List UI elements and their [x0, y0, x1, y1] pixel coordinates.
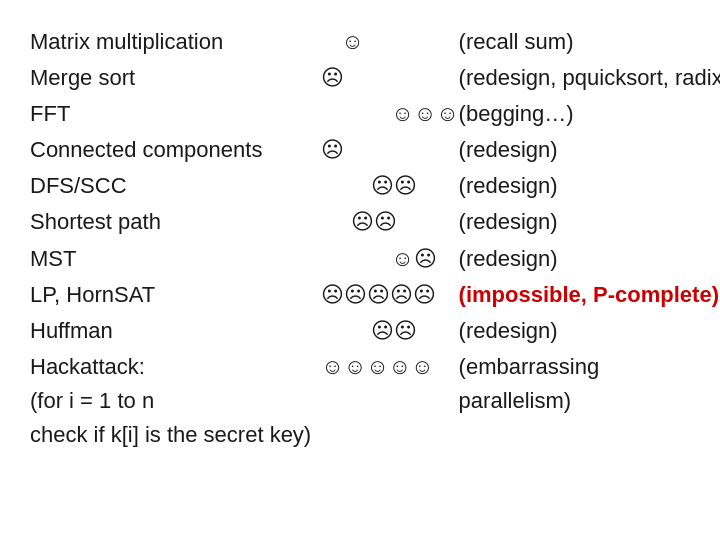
row-label: Huffman — [30, 313, 311, 349]
row-icons: ☹ — [311, 132, 458, 168]
row-icons: ☺☹ — [311, 241, 458, 277]
row-desc: (redesign) — [459, 241, 720, 277]
table-row: Shortest path ☹☹ (redesign) — [30, 204, 720, 240]
row-icons: ☹☹ — [311, 204, 458, 240]
row-label: Connected components — [30, 132, 311, 168]
row-icons: ☹☹ — [311, 313, 458, 349]
row-label: Matrix multiplication — [30, 24, 311, 60]
sad-icon: ☹☹ — [351, 209, 397, 234]
smiley-icon: ☺☺☺ — [391, 101, 458, 126]
table-row: LP, HornSAT ☹☹☹☹☹ (impossible, P-complet… — [30, 277, 720, 313]
row-label: FFT — [30, 96, 311, 132]
row-desc: (embarrassing parallelism) — [459, 349, 720, 453]
row-icons: ☺☺☺ — [311, 96, 458, 132]
table-row: FFT ☺☺☺ (begging…) — [30, 96, 720, 132]
smiley-icon: ☺ — [341, 29, 363, 54]
row-desc: (redesign) — [459, 132, 720, 168]
row-icons: ☹ — [311, 60, 458, 96]
row-label: DFS/SCC — [30, 168, 311, 204]
row-desc: (redesign) — [459, 204, 720, 240]
table-row: DFS/SCC ☹☹ (redesign) — [30, 168, 720, 204]
row-desc: (begging…) — [459, 96, 720, 132]
table-row: Huffman ☹☹ (redesign) — [30, 313, 720, 349]
row-icons: ☹☹☹☹☹ — [311, 277, 458, 313]
table-row: Merge sort ☹ (redesign, pquicksort, radi… — [30, 60, 720, 96]
row-desc: (redesign) — [459, 313, 720, 349]
row-label: MST — [30, 241, 311, 277]
smiley-icon: ☺☺☺☺☺ — [321, 354, 433, 379]
row-label: LP, HornSAT — [30, 277, 311, 313]
table-row: MST ☺☹ (redesign) — [30, 241, 720, 277]
mixed-icon: ☺☹ — [391, 246, 436, 271]
row-desc: (redesign, pquicksort, radixsort) — [459, 60, 720, 96]
sad-icon: ☹☹ — [371, 173, 417, 198]
row-desc: (redesign) — [459, 168, 720, 204]
row-label: Shortest path — [30, 204, 311, 240]
sad-icon: ☹ — [321, 137, 344, 162]
sad-icon: ☹☹☹☹☹ — [321, 282, 436, 307]
sad-icon: ☹ — [321, 65, 344, 90]
table-row: Matrix multiplication ☺ (recall sum) — [30, 24, 720, 60]
content-table: Matrix multiplication ☺ (recall sum) Mer… — [30, 24, 720, 453]
sad-icon: ☹☹ — [371, 318, 417, 343]
row-label: Hackattack: (for i = 1 to n check if k[i… — [30, 349, 311, 453]
row-icons: ☺ — [311, 24, 458, 60]
table-row: Connected components ☹ (redesign) — [30, 132, 720, 168]
row-desc: (impossible, P-complete) — [459, 277, 720, 313]
row-label: Merge sort — [30, 60, 311, 96]
row-desc: (recall sum) — [459, 24, 720, 60]
row-icons: ☺☺☺☺☺ — [311, 349, 458, 453]
table-row: Hackattack: (for i = 1 to n check if k[i… — [30, 349, 720, 453]
row-icons: ☹☹ — [311, 168, 458, 204]
